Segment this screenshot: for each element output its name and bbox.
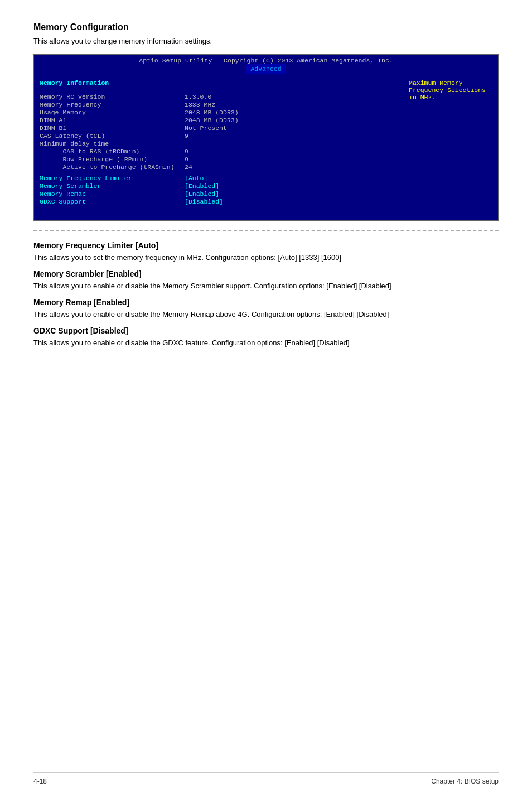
bios-label-trpmin: Row Precharge (tRPmin): [40, 156, 185, 163]
bios-value-rc-version: 1.3.0.0: [185, 93, 211, 100]
bios-row-rc-version: Memory RC Version 1.3.0.0: [40, 93, 397, 100]
bios-value-gdxc: [Disabled]: [185, 198, 223, 205]
bios-label-cas: CAS Latency (tCL): [40, 132, 185, 139]
sub-desc-scrambler: This allows you to enable or disable the…: [33, 282, 499, 290]
sub-section-remap: Memory Remap [Enabled] This allows you t…: [33, 298, 499, 318]
bios-row-cas: CAS Latency (tCL) 9: [40, 132, 397, 139]
sub-section-freq-limiter: Memory Frequency Limiter [Auto] This all…: [33, 241, 499, 262]
bios-label-remap: Memory Remap: [40, 190, 185, 197]
bios-row-dimm-a1: DIMM A1 2048 MB (DDR3): [40, 117, 397, 124]
bios-value-cas: 9: [185, 132, 188, 139]
page-footer: 4-18 Chapter 4: BIOS setup: [33, 772, 499, 785]
bios-value-remap: [Enabled]: [185, 190, 219, 197]
bios-label-rc-version: Memory RC Version: [40, 93, 185, 100]
sub-section-scrambler: Memory Scrambler [Enabled] This allows y…: [33, 269, 499, 290]
bios-label-gdxc: GDXC Support: [40, 198, 185, 205]
sub-desc-gdxc: This allows you to enable or disable the…: [33, 339, 499, 347]
footer-chapter: Chapter 4: BIOS setup: [431, 777, 499, 785]
bios-active-tab: Advanced: [246, 64, 286, 74]
sub-title-remap: Memory Remap [Enabled]: [33, 298, 499, 307]
footer-page-number: 4-18: [33, 777, 47, 785]
sub-desc-freq-limiter: This allows you to set the memory freque…: [33, 253, 499, 262]
sub-title-scrambler: Memory Scrambler [Enabled]: [33, 269, 499, 278]
bios-content: Memory Information Memory RC Version 1.3…: [34, 75, 498, 220]
bios-row-remap[interactable]: Memory Remap [Enabled]: [40, 190, 397, 197]
bios-value-freq: 1333 MHz: [185, 101, 215, 108]
bios-row-trasmin: Active to Precharge (tRASmin) 24: [40, 163, 397, 171]
bios-row-freq: Memory Frequency 1333 MHz: [40, 101, 397, 108]
bios-main-panel: Memory Information Memory RC Version 1.3…: [34, 75, 403, 220]
bios-section-label: Memory Information: [40, 79, 397, 86]
bios-label-trcmin: CAS to RAS (tRCDmin): [40, 148, 185, 155]
bios-row-gdxc[interactable]: GDXC Support [Disabled]: [40, 198, 397, 205]
sub-title-freq-limiter: Memory Frequency Limiter [Auto]: [33, 241, 499, 250]
bios-row-min-delay: Minimum delay time: [40, 140, 397, 147]
bios-sidebar-text: Maximum MemoryFrequency Selectionsin MHz…: [409, 79, 486, 101]
sub-section-gdxc: GDXC Support [Disabled] This allows you …: [33, 326, 499, 347]
bios-label-min-delay: Minimum delay time: [40, 140, 185, 147]
bios-label-usage: Usage Memory: [40, 109, 185, 116]
bios-row-scrambler[interactable]: Memory Scrambler [Enabled]: [40, 182, 397, 190]
page-description: This allows you to change memory informa…: [33, 37, 499, 45]
page-title: Memory Configuration: [33, 22, 499, 32]
bios-row-usage: Usage Memory 2048 MB (DDR3): [40, 109, 397, 116]
bios-value-freq-limiter: [Auto]: [185, 175, 207, 182]
bios-label-scrambler: Memory Scrambler: [40, 182, 185, 190]
bios-row-trpmin: Row Precharge (tRPmin) 9: [40, 156, 397, 163]
bios-value-usage: 2048 MB (DDR3): [185, 109, 239, 116]
bios-label-dimm-a1: DIMM A1: [40, 117, 185, 124]
bios-header: Aptio Setup Utility - Copyright (C) 2013…: [34, 55, 498, 75]
bios-row-freq-limiter[interactable]: Memory Frequency Limiter [Auto]: [40, 175, 397, 182]
sub-desc-remap: This allows you to enable or disable the…: [33, 310, 499, 318]
bios-header-text: Aptio Setup Utility - Copyright (C) 2013…: [139, 57, 393, 64]
bios-value-dimm-a1: 2048 MB (DDR3): [185, 117, 239, 124]
bios-row-trcmin: CAS to RAS (tRCDmin) 9: [40, 148, 397, 155]
bios-label-freq: Memory Frequency: [40, 101, 185, 108]
bios-value-dimm-b1: Not Present: [185, 124, 227, 132]
bios-label-trasmin: Active to Precharge (tRASmin): [40, 163, 185, 171]
bios-value-scrambler: [Enabled]: [185, 182, 219, 190]
bios-value-trasmin: 24: [185, 163, 192, 171]
sub-title-gdxc: GDXC Support [Disabled]: [33, 326, 499, 335]
bios-sidebar: Maximum MemoryFrequency Selectionsin MHz…: [403, 75, 498, 220]
section-divider: [33, 230, 499, 231]
bios-value-trcmin: 9: [185, 148, 188, 155]
bios-screenshot: Aptio Setup Utility - Copyright (C) 2013…: [33, 54, 499, 221]
bios-label-freq-limiter: Memory Frequency Limiter: [40, 175, 185, 182]
bios-row-dimm-b1: DIMM B1 Not Present: [40, 124, 397, 132]
bios-label-dimm-b1: DIMM B1: [40, 124, 185, 132]
bios-value-trpmin: 9: [185, 156, 188, 163]
